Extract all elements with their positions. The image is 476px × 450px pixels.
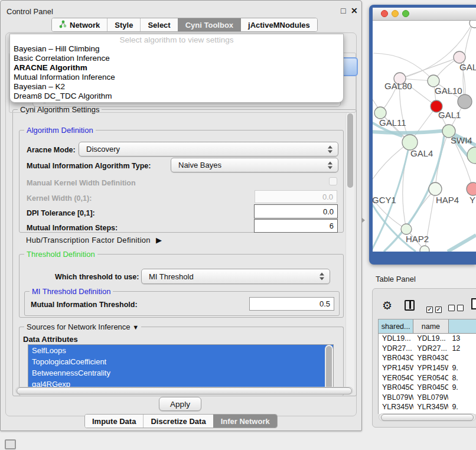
table-row[interactable]: YLR345WYLR345W9.	[379, 402, 476, 412]
close-window-icon[interactable]: ✕	[351, 6, 358, 15]
network-node-hap2[interactable]	[401, 224, 412, 234]
network-canvas-svg: GALGAL80GAL10GAL1GAL11SWI4GAL4GCY1HAP4YH…	[373, 21, 476, 252]
attributes-scrollbar[interactable]	[325, 345, 333, 391]
network-node-gal-pink[interactable]	[454, 51, 465, 63]
attributes-scrollbar-thumb[interactable]	[326, 346, 332, 389]
settings-horizontal-scrollbar[interactable]	[15, 387, 353, 394]
select-all-columns-icon[interactable]: ✓✓	[426, 303, 444, 314]
network-canvas[interactable]: GALGAL80GAL10GAL1GAL11SWI4GAL4GCY1HAP4YH…	[373, 21, 476, 252]
table-cell: YBL079W	[413, 393, 448, 402]
document-icon[interactable]	[471, 298, 476, 309]
mi-threshold-field[interactable]: 0.5	[249, 297, 334, 311]
tab-select[interactable]: Select	[140, 18, 177, 31]
mi-type-value: Naive Bayes	[178, 161, 221, 169]
sources-title[interactable]: Sources for Network Inference ▼	[24, 322, 141, 331]
tab-cyni-toolbox[interactable]: Cyni Toolbox	[178, 18, 240, 31]
table-row[interactable]: YBL079WYBL079W	[379, 393, 476, 403]
control-panel-title: Control Panel	[6, 7, 53, 16]
kernel-width-label: Kernel Width (0,1):	[27, 194, 92, 203]
kernel-width-field[interactable]: 0.0	[255, 190, 337, 203]
network-edge[interactable]	[435, 131, 449, 189]
zoom-traffic-light-icon[interactable]	[402, 10, 409, 17]
table-row[interactable]: YBR045CYBR045C9.	[379, 383, 476, 393]
table-row[interactable]: YDR27...YDR27...12	[379, 344, 476, 354]
which-threshold-combo[interactable]: MI Threshold	[141, 269, 330, 284]
table-scrollbar-thumb[interactable]	[381, 414, 474, 421]
table-row[interactable]: YER054CYER054C8.	[379, 373, 476, 383]
network-edge-highlighted[interactable]	[373, 131, 446, 133]
column-header-name[interactable]: name	[413, 319, 448, 334]
panel-divider-handle[interactable]	[362, 218, 365, 223]
tab-jactivemnodules[interactable]: jActiveMNodules	[240, 18, 317, 31]
network-node-label: GAL80	[384, 81, 412, 91]
network-node-label: GAL	[459, 62, 476, 72]
table-row[interactable]: YPR145WYPR145W9.	[379, 363, 476, 373]
table-row[interactable]: YDL19...YDL19...13	[379, 334, 476, 344]
tab-label: Style	[115, 21, 133, 30]
network-window-titlebar[interactable]	[373, 8, 476, 21]
control-panel-window: Control Panel □ ✕ NetworkStyleSelectCyni…	[0, 0, 362, 431]
top-tab-strip: NetworkStyleSelectCyni ToolboxjActiveMNo…	[51, 18, 318, 32]
algorithm-option-mutual-information-inference[interactable]: Mutual Information Inference	[10, 73, 343, 82]
table-cell: YBR045C	[413, 383, 448, 392]
data-attributes-list[interactable]: SelfLoopsTopologicalCoefficientBetweenne…	[28, 344, 334, 393]
algorithm-option-basic-correlation-inference[interactable]: Basic Correlation Inference	[10, 54, 343, 63]
sources-title-text: Sources for Network Inference	[27, 322, 131, 331]
attribute-item-selfloops[interactable]: SelfLoops	[28, 345, 333, 356]
algorithm-option-dream8-dc-tdc-algorithm[interactable]: Dream8 DC_TDC Algorithm	[10, 92, 343, 101]
algorithm-option-bayesian-hill-climbing[interactable]: Bayesian – Hill Climbing	[10, 44, 343, 54]
network-edge-highlighted[interactable]	[448, 235, 476, 252]
network-node-gal11[interactable]	[374, 107, 386, 119]
tab-style[interactable]: Style	[107, 18, 140, 31]
gear-icon[interactable]: ⚙	[382, 299, 392, 312]
tab-infer-network[interactable]: Infer Network	[213, 415, 277, 428]
tab-label: Cyni Toolbox	[185, 21, 233, 30]
manual-kernel-checkbox[interactable]	[329, 177, 337, 185]
apply-button[interactable]: Apply	[159, 397, 201, 411]
tab-impute-data[interactable]: Impute Data	[85, 415, 143, 428]
dpi-tolerance-field[interactable]: 0.0	[254, 204, 338, 219]
table-row[interactable]: YBR043CYBR043C	[379, 353, 476, 363]
network-edge[interactable]	[400, 57, 459, 79]
table-horizontal-scrollbar[interactable]	[379, 413, 476, 421]
table-cell: 9.	[448, 383, 476, 392]
deselect-all-columns-icon[interactable]	[448, 303, 466, 314]
mi-type-combo[interactable]: Naive Bayes	[171, 158, 338, 172]
attribute-item-betweennesscentrality[interactable]: BetweennessCentrality	[28, 367, 333, 379]
horizontal-scrollbar-thumb[interactable]	[17, 387, 352, 394]
split-columns-icon[interactable]	[405, 300, 415, 311]
tab-discretize-data[interactable]: Discretize Data	[143, 415, 213, 428]
table-cell: YDR27...	[379, 344, 413, 353]
network-node-hap4[interactable]	[429, 182, 442, 195]
network-node-gal10[interactable]	[428, 75, 439, 87]
algorithm-option-aracne-algorithm[interactable]: ARACNE Algorithm	[10, 63, 343, 73]
attr-items: SelfLoopsTopologicalCoefficientBetweenne…	[28, 345, 333, 390]
minimize-traffic-light-icon[interactable]	[392, 10, 399, 17]
network-node-bottom[interactable]	[420, 246, 429, 252]
algorithm-option-bayesian-k2[interactable]: Bayesian – K2	[10, 82, 343, 92]
mi-steps-field[interactable]: 6	[254, 219, 338, 233]
node-table[interactable]: shared...name YDL19...YDL19...13YDR27...…	[378, 319, 476, 414]
network-edge[interactable]	[463, 21, 474, 102]
settings-scrollbar-thumb[interactable]	[347, 113, 353, 188]
network-node-gray[interactable]	[458, 94, 472, 109]
tab-network[interactable]: Network	[52, 18, 107, 31]
column-header-shared[interactable]: shared...	[379, 319, 413, 334]
dock-panel-icon[interactable]	[5, 439, 16, 449]
network-edge[interactable]	[406, 189, 435, 229]
aracne-mode-combo[interactable]: Discovery	[79, 142, 338, 156]
table-cell: YBR045C	[379, 383, 413, 392]
network-node-big-right[interactable]	[467, 147, 476, 164]
checked-box-icon: ✓	[426, 306, 433, 313]
attribute-item-topologicalcoefficient[interactable]: TopologicalCoefficient	[28, 356, 333, 367]
column-header-clipped[interactable]	[449, 319, 476, 334]
close-traffic-light-icon[interactable]	[381, 10, 388, 17]
aracne-mode-value: Discovery	[86, 145, 120, 154]
hub-definition-expander[interactable]: Hub/Transcription Factor Definition ▶	[26, 236, 162, 244]
threshold-definition-title: Threshold Definition	[24, 250, 97, 259]
network-node-salmon[interactable]	[467, 182, 476, 195]
algorithm-popup-list: Bayesian – Hill ClimbingBasic Correlatio…	[10, 44, 343, 101]
settings-vertical-scrollbar[interactable]	[345, 112, 354, 393]
float-window-icon[interactable]: □	[341, 6, 345, 15]
table-cell: YER054C	[413, 374, 448, 382]
